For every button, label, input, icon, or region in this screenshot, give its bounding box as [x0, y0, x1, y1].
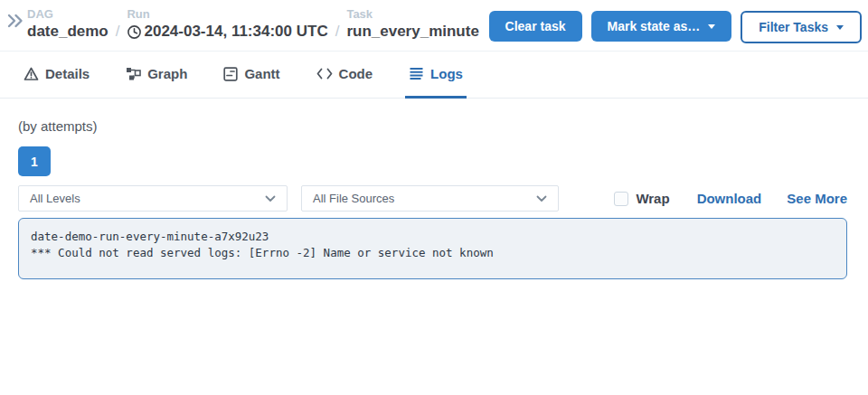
mark-state-as-label: Mark state as… [608, 19, 701, 33]
tab-code-label: Code [339, 66, 373, 81]
gantt-chart-icon [223, 67, 238, 81]
task-instance-header: DAG date_demo / Run 2024-03-14, 11:34:00… [0, 0, 868, 52]
clear-task-button[interactable]: Clear task [489, 11, 582, 42]
breadcrumb-separator: / [335, 21, 340, 42]
tab-graph[interactable]: Graph [122, 52, 191, 99]
tab-gantt[interactable]: Gantt [220, 52, 283, 99]
log-line: date-demo-run-every-minute-a7x92u23 [31, 229, 835, 245]
by-attempts-label: (by attempts) [18, 118, 847, 135]
logs-panel: (by attempts) 1 All Levels All File Sour… [0, 99, 868, 279]
task-label: Task [346, 7, 478, 21]
dag-label: DAG [27, 7, 108, 21]
file-source-select[interactable]: All File Sources [301, 185, 559, 212]
tab-gantt-label: Gantt [244, 66, 279, 81]
run-timestamp: 2024-03-14, 11:34:00 UTC [144, 21, 327, 42]
filter-tasks-label: Filter Tasks [759, 20, 828, 34]
header-actions: Clear task Mark state as… Filter Tasks [489, 7, 862, 43]
task-name[interactable]: run_every_minute [346, 21, 478, 42]
see-more-link[interactable]: See More [787, 191, 847, 206]
warning-triangle-icon [24, 67, 39, 81]
attempt-1-button[interactable]: 1 [18, 146, 51, 176]
code-brackets-icon [316, 67, 333, 80]
tab-graph-label: Graph [147, 66, 187, 81]
chevron-down-icon [265, 192, 276, 205]
clock-icon [127, 24, 142, 40]
log-actions: Wrap Download See More [614, 191, 847, 206]
log-level-select[interactable]: All Levels [18, 185, 288, 212]
file-source-selected-value: All File Sources [313, 192, 536, 205]
run-value[interactable]: 2024-03-14, 11:34:00 UTC [127, 21, 327, 42]
caret-down-icon [708, 24, 715, 29]
graph-nodes-icon [126, 67, 141, 81]
breadcrumb: DAG date_demo / Run 2024-03-14, 11:34:00… [27, 7, 479, 42]
breadcrumb-dag[interactable]: DAG date_demo [27, 7, 108, 42]
log-filter-row: All Levels All File Sources Wrap Downloa… [18, 185, 847, 212]
chevron-down-icon [536, 192, 547, 205]
clear-task-label: Clear task [505, 19, 566, 33]
wrap-checkbox[interactable] [614, 192, 628, 206]
tab-logs-label: Logs [430, 66, 463, 81]
run-label: Run [127, 7, 327, 21]
tab-bar: Details Graph Gantt [0, 52, 868, 99]
log-line: *** Could not read served logs: [Errno -… [31, 245, 835, 261]
breadcrumb-separator: / [116, 21, 120, 42]
tab-code[interactable]: Code [313, 52, 377, 99]
double-chevron-right-icon[interactable] [5, 11, 25, 31]
dag-name[interactable]: date_demo [27, 21, 108, 42]
breadcrumb-run[interactable]: Run 2024-03-14, 11:34:00 UTC [127, 7, 327, 42]
mark-state-as-button[interactable]: Mark state as… [591, 11, 732, 42]
download-link[interactable]: Download [697, 191, 762, 206]
filter-tasks-button[interactable]: Filter Tasks [741, 11, 862, 43]
log-lines-icon [409, 67, 424, 80]
log-output-box[interactable]: date-demo-run-every-minute-a7x92u23 *** … [18, 218, 847, 279]
breadcrumb-task[interactable]: Task run_every_minute [346, 7, 478, 42]
wrap-label[interactable]: Wrap [636, 191, 669, 206]
log-level-selected-value: All Levels [30, 192, 265, 205]
caret-down-icon [836, 25, 844, 30]
tab-details-label: Details [45, 66, 90, 81]
tab-logs[interactable]: Logs [405, 52, 467, 99]
tab-details[interactable]: Details [20, 52, 93, 99]
